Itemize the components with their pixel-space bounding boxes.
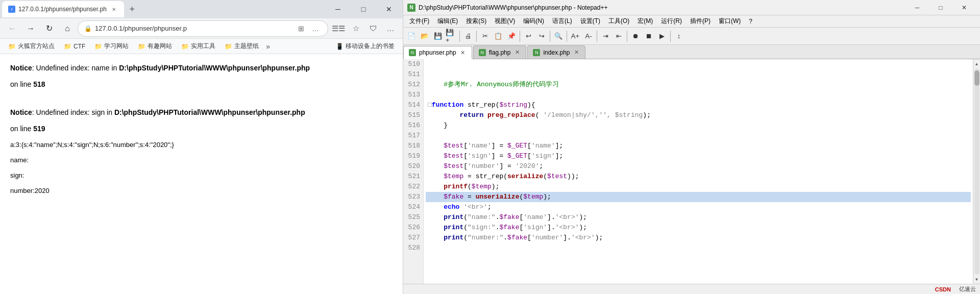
code-line-524: echo '<br>'; [426, 202, 971, 212]
menu-view[interactable]: 视图(V) [491, 16, 519, 27]
bookmark-label: 实用工具 [191, 42, 215, 51]
save-all-button[interactable]: 💾+ [445, 30, 457, 42]
macro-stop-button[interactable]: ⏹ [643, 30, 655, 42]
more-options-button[interactable]: … [309, 22, 322, 35]
unindent-button[interactable]: ⇤ [612, 30, 625, 42]
code-content: #参考Mr. Anonymous师傅的代码学习 □function str_re… [424, 59, 973, 284]
scroll-down-arrow[interactable]: ▼ [973, 276, 981, 283]
toolbar-separator-6 [597, 31, 597, 42]
maximize-button[interactable]: □ [352, 0, 375, 18]
bookmark-label: 主题壁纸 [234, 42, 259, 51]
toolbar-separator-4 [550, 31, 550, 42]
sync-scroll-button[interactable]: ↕ [673, 30, 685, 42]
toolbar-separator-5 [567, 31, 567, 42]
folder-icon: 📁 [138, 43, 145, 50]
menu-run[interactable]: 运行(R) [657, 16, 686, 27]
bookmark-wallpaper[interactable]: 📁 主题壁纸 [220, 40, 263, 53]
minimize-button[interactable]: ─ [326, 0, 350, 18]
notice2-line: on line 519 [10, 123, 393, 135]
tab-close-phpunser[interactable]: ✕ [459, 49, 467, 56]
qr-code-button[interactable]: ⊞ [295, 22, 307, 35]
home-button[interactable]: ⌂ [59, 20, 76, 37]
vertical-scrollbar[interactable]: ▲ ▼ [973, 59, 980, 284]
bookmarks-overflow-button[interactable]: » [264, 42, 272, 51]
find-button[interactable]: 🔍 [552, 30, 565, 42]
back-button[interactable]: ← [4, 20, 20, 37]
save-file-button[interactable]: 💾 [432, 30, 444, 42]
scroll-track[interactable] [974, 68, 979, 275]
bookmark-fun[interactable]: 📁 有趣网站 [134, 40, 176, 53]
tab-close-button[interactable]: ✕ [110, 5, 118, 13]
undo-button[interactable]: ↩ [522, 30, 534, 42]
cut-button[interactable]: ✂ [479, 30, 491, 42]
reload-button[interactable]: ↻ [41, 20, 57, 37]
bookmark-ctf[interactable]: 📁 CTF [60, 40, 89, 53]
tab-flag[interactable]: N flag.php ✕ [473, 45, 527, 59]
menu-help[interactable]: ? [745, 17, 756, 26]
menu-tools[interactable]: 工具(O) [604, 16, 633, 27]
menu-search[interactable]: 搜索(S) [462, 16, 491, 27]
notice2: Notice: Undefined index: sign in D:\phpS… [10, 107, 393, 119]
menu-settings[interactable]: 设置(T) [576, 16, 604, 27]
forward-button[interactable]: → [22, 20, 39, 37]
active-tab[interactable]: f 127.0.0.1/phpunser/phpunser.ph ✕ [2, 1, 124, 17]
browser-content: Notice: Undefined index: name in D:\phpS… [0, 54, 403, 294]
notice1-path: D:\phpStudy\PHPTutorial\WWW\phpunser\php… [119, 64, 310, 72]
menu-encoding[interactable]: 编码(N) [519, 16, 548, 27]
scroll-thumb[interactable] [974, 70, 979, 86]
tab-icon-flag: N [479, 49, 486, 56]
shield-icon-button[interactable]: 🛡 [365, 20, 381, 37]
open-file-button[interactable]: 📂 [419, 30, 431, 42]
menu-edit[interactable]: 编辑(E) [433, 16, 462, 27]
code-editor[interactable]: 510 511 512 513 514 515 516 517 518 519 … [403, 59, 980, 284]
mobile-icon: 📱 [336, 43, 344, 50]
code-line-512: #参考Mr. Anonymous师傅的代码学习 [426, 80, 971, 90]
new-file-button[interactable]: 📄 [405, 30, 418, 42]
toolbar-right: ☰☰ ☆ 🛡 … [330, 20, 399, 37]
redo-button[interactable]: ↪ [535, 30, 548, 42]
lock-icon: 🔒 [84, 25, 92, 32]
collections-button[interactable]: ☰☰ [330, 20, 347, 37]
zoom-in-button[interactable]: A+ [569, 30, 581, 42]
notice2-keyword: Notice [10, 108, 32, 116]
notice2-path: D:\phpStudy\PHPTutorial\WWW\phpunser\php… [114, 108, 305, 116]
address-bar[interactable]: 🔒 127.0.0.1/phpunser/phpunser.p ⊞ … [78, 20, 328, 37]
line-numbers: 510 511 512 513 514 515 516 517 518 519 … [403, 59, 424, 284]
menu-window[interactable]: 窗口(W) [715, 16, 745, 27]
paste-button[interactable]: 📌 [505, 30, 518, 42]
macro-play-button[interactable]: ▶ [656, 30, 668, 42]
menu-macro[interactable]: 宏(M) [633, 16, 657, 27]
browser-more-button[interactable]: … [382, 20, 399, 37]
npp-minimize-button[interactable]: ─ [905, 0, 929, 15]
tab-close-flag[interactable]: ✕ [513, 49, 521, 56]
close-button[interactable]: ✕ [377, 0, 401, 18]
new-tab-button[interactable]: + [125, 2, 139, 16]
favorites-button[interactable]: ☆ [348, 20, 364, 37]
browser-toolbar: ← → ↻ ⌂ 🔒 127.0.0.1/phpunser/phpunser.p … [0, 18, 403, 39]
print-button[interactable]: 🖨 [462, 30, 474, 42]
bookmark-study[interactable]: 📁 学习网站 [90, 40, 133, 53]
browser-titlebar: f 127.0.0.1/phpunser/phpunser.ph ✕ + ─ □… [0, 0, 403, 18]
menu-plugins[interactable]: 插件(P) [686, 16, 715, 27]
bookmark-mobile[interactable]: 📱 移动设备上的书签 [332, 40, 399, 53]
code-line-528 [426, 243, 971, 253]
folder-icon: 📁 [8, 43, 16, 50]
bookmark-tools[interactable]: 📁 实用工具 [177, 40, 219, 53]
copy-button[interactable]: 📋 [492, 30, 504, 42]
folder-icon: 📁 [64, 43, 71, 50]
code-line-516: } [426, 120, 971, 131]
npp-close-button[interactable]: ✕ [952, 0, 976, 15]
code-line-517 [426, 131, 971, 141]
tab-close-index[interactable]: ✕ [573, 49, 580, 56]
menu-language[interactable]: 语言(L) [548, 16, 576, 27]
scroll-up-arrow[interactable]: ▲ [973, 60, 981, 67]
tab-phpunser[interactable]: N phpunser.php ✕ [403, 46, 472, 59]
tab-index[interactable]: N index.php ✕ [527, 45, 585, 59]
bookmark-huohu[interactable]: 📁 火狐官方站点 [4, 40, 59, 53]
menu-file[interactable]: 文件(F) [405, 16, 433, 27]
notice1-line: on line 518 [10, 79, 393, 91]
indent-button[interactable]: ⇥ [599, 30, 611, 42]
zoom-out-button[interactable]: A- [582, 30, 595, 42]
npp-maximize-button[interactable]: □ [929, 0, 952, 15]
macro-record-button[interactable]: ⏺ [629, 30, 642, 42]
